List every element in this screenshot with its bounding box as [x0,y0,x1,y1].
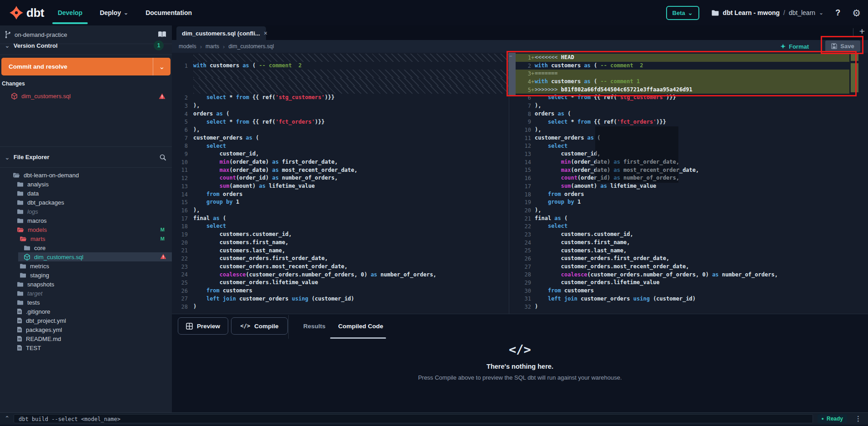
workspace-switcher[interactable]: dbt Learn - mwong / dbt_learn ⌄ [711,9,824,16]
close-icon[interactable]: × [264,30,267,37]
code-line[interactable]: 25 customers.last_name, [516,247,849,255]
code-line[interactable]: 7customer_orders as ( [172,134,508,142]
code-line[interactable]: 23 customers.customer_id, [516,231,849,239]
file-tree-item-snapshots[interactable]: snapshots [0,280,172,289]
preview-button[interactable]: Preview [178,317,228,335]
file-tree-item-dbt-project-yml[interactable]: dbt_project.yml [0,316,172,325]
code-line[interactable]: 17 sum(amount) as lifetime_value [516,182,849,190]
file-explorer-section[interactable]: ⌄ File Explorer [0,146,172,168]
code-line[interactable]: 15 max(order_date) as most_recent_order_… [516,166,849,175]
gear-icon[interactable]: ⚙ [852,8,861,18]
code-line[interactable]: 5+>>>>>>> b81f802a66fd544504c65721e3ffaa… [516,86,849,94]
dbt-logo[interactable]: dbt [9,5,44,20]
code-line[interactable]: 27 left join customer_orders using (cust… [172,295,508,303]
file-tree-item-analysis[interactable]: analysis [0,180,172,189]
fold-marker-icon[interactable]: − [509,53,512,59]
file-tree-item-marts[interactable]: martsM [0,234,172,243]
nav-deploy[interactable]: Deploy⌄ [100,0,128,25]
file-tree-item-target[interactable]: target [0,289,172,298]
code-line[interactable]: 26 from customers [172,287,508,295]
code-line[interactable]: 28) [172,303,508,311]
code-line[interactable]: 31 left join customer_orders using (cust… [516,295,849,303]
code-line[interactable]: 22 select [516,222,849,231]
format-button[interactable]: ✦ Format [780,43,809,50]
code-editor[interactable]: 1with customers as ( -- comment 22 selec… [172,53,868,314]
code-line[interactable]: 3), [172,102,508,110]
code-line[interactable]: 17final as ( [172,215,508,223]
code-line[interactable]: 27 customer_orders.most_recent_order_dat… [516,263,849,271]
file-tree-item-core[interactable]: core [0,243,172,252]
code-line[interactable]: 19 group by 1 [516,198,849,206]
file-tree-item-dim-customers-sql[interactable]: dim_customers.sql [0,252,172,261]
code-line[interactable]: 13 customer_id, [516,150,849,158]
file-tree-item-models[interactable]: modelsM [0,225,172,234]
code-line[interactable]: 7 ), [516,102,849,110]
file-tree-item-dbt-learn-on-demand[interactable]: dbt-learn-on-demand [0,170,172,180]
code-line[interactable]: 9 customer_id, [172,150,508,158]
breadcrumb-marts[interactable]: marts [206,43,219,50]
file-tree-item-staging[interactable]: staging [0,271,172,280]
chevron-up-icon[interactable]: ⌄ [5,415,10,421]
commit-and-resolve-button[interactable]: Commit and resolve ⌄ [1,58,171,75]
code-line[interactable]: 24 coalesce(customer_orders.number_of_or… [172,271,508,279]
file-tree-item--gitignore[interactable]: .gitignore [0,307,172,316]
code-line[interactable]: 5 select * from {{ ref('fct_orders')}} [172,118,508,126]
tab-dim-customers[interactable]: dim_customers.sql (confli... × [176,26,266,40]
code-line[interactable]: 29 customer_orders.lifetime_value [516,279,849,287]
changed-file-row[interactable]: dim_customers.sql [0,91,172,101]
code-line[interactable]: 25 customer_orders.lifetime_value [172,279,508,287]
code-line[interactable]: 2 with customers as ( -- comment 2 [516,62,849,70]
code-line[interactable]: 9 select * from {{ ref('fct_orders')}} [516,118,849,126]
code-line[interactable]: 21 customers.last_name, [172,247,508,255]
code-line[interactable]: 20 customers.first_name, [172,239,508,247]
search-icon[interactable] [159,154,166,161]
help-icon[interactable]: ? [835,8,840,18]
new-tab-button[interactable]: + [859,26,865,37]
nav-develop[interactable]: Develop [58,0,82,25]
code-line[interactable]: 11 max(order_date) as most_recent_order_… [172,166,508,175]
code-line[interactable]: 14 from orders [172,190,508,199]
file-tree-item-packages-yml[interactable]: packages.yml [0,325,172,334]
code-line[interactable]: 10 min(order_date) as first_order_date, [172,158,508,166]
code-line[interactable]: 26 customer_orders.first_order_date, [516,255,849,263]
beta-dropdown[interactable]: Beta ⌄ [666,6,699,20]
code-line[interactable]: 3+======= [516,70,849,78]
code-line[interactable]: 20 ), [516,206,849,215]
code-line[interactable]: 32 ) [516,303,849,311]
code-line[interactable]: 21 final as ( [516,215,849,223]
code-line[interactable]: 24 customers.first_name, [516,239,849,247]
code-line[interactable]: 8 orders as ( [516,110,849,118]
code-line[interactable]: 15 group by 1 [172,198,508,206]
code-line[interactable]: 1+<<<<<<< HEAD [516,54,849,62]
code-line[interactable]: 4+with customers as ( -- comment 1 [516,78,849,86]
code-line[interactable]: 30 from customers [516,287,849,295]
code-line[interactable]: 2 select * from {{ ref('stg_customers')}… [172,94,508,102]
kebab-menu-icon[interactable]: ⋮ [855,415,862,423]
file-tree-item-data[interactable]: data [0,189,172,198]
code-line[interactable]: 14 min(order_date) as first_order_date, [516,158,849,166]
breadcrumb-file[interactable]: dim_customers.sql [228,43,274,50]
code-line[interactable]: 16 count(order_id) as number_of_orders, [516,174,849,182]
breadcrumb-models[interactable]: models [179,43,196,50]
file-tree-item-test[interactable]: TEST [0,343,172,352]
code-line[interactable]: 6), [172,126,508,134]
code-line[interactable]: 13 sum(amount) as lifetime_value [172,182,508,190]
code-line[interactable]: 16), [172,206,508,215]
command-input[interactable]: dbt build --select <model_name> [14,414,813,423]
file-tree-item-logs[interactable]: logs [0,207,172,216]
code-line[interactable]: 4orders as ( [172,110,508,118]
editor-pane-conflict[interactable]: 1+<<<<<<< HEAD2 with customers as ( -- c… [516,54,849,311]
nav-documentation[interactable]: Documentation [146,0,192,25]
file-tree-item-tests[interactable]: tests [0,298,172,307]
code-line[interactable]: 18 from orders [516,190,849,199]
code-line[interactable]: 6 select * from {{ ref('stg_customers')}… [516,94,849,102]
editor-pane-current[interactable]: 1with customers as ( -- comment 22 selec… [172,54,508,311]
code-line[interactable]: 10 ), [516,126,849,134]
code-line[interactable]: 11 customer_orders as ( [516,134,849,142]
code-line[interactable]: 22 customer_orders.first_order_date, [172,255,508,263]
code-line[interactable]: 19 customers.customer_id, [172,231,508,239]
code-line[interactable]: 23 customer_orders.most_recent_order_dat… [172,263,508,271]
compile-button[interactable]: </> Compile [231,317,288,335]
file-tree-item-metrics[interactable]: metrics [0,261,172,271]
code-line[interactable]: 18 select [172,222,508,231]
